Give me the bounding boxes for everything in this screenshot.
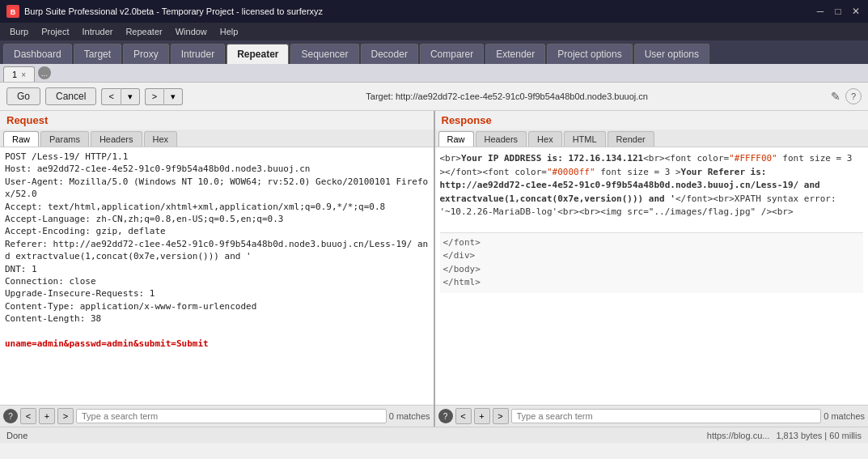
back-button[interactable]: <: [101, 88, 120, 105]
close-button[interactable]: ✕: [850, 6, 862, 17]
tab-decoder[interactable]: Decoder: [361, 44, 418, 64]
request-search-prev[interactable]: <: [20, 408, 36, 424]
response-search-help[interactable]: ?: [438, 409, 453, 423]
menu-intruder[interactable]: Intruder: [76, 25, 120, 38]
subtab-close[interactable]: ×: [21, 70, 26, 79]
forward-dropdown-button[interactable]: ▾: [163, 88, 183, 105]
tab-target[interactable]: Target: [74, 44, 121, 64]
response-search-next[interactable]: >: [493, 408, 509, 424]
window-controls: ─ □ ✕: [815, 6, 862, 17]
status-url: https://blog.cu...: [707, 431, 770, 440]
status-right: https://blog.cu... 1,813 bytes | 60 mill…: [707, 431, 862, 440]
tab-proxy[interactable]: Proxy: [123, 44, 169, 64]
menubar: Burp Project Intruder Repeater Window He…: [0, 23, 868, 40]
subtab-add[interactable]: ...: [38, 66, 51, 79]
main-content: Request Raw Params Headers Hex POST /Les…: [0, 111, 868, 427]
request-inner-tabs: Raw Params Headers Hex: [0, 130, 434, 147]
menu-window[interactable]: Window: [169, 25, 214, 38]
request-panel: Request Raw Params Headers Hex POST /Les…: [0, 111, 435, 427]
response-content: <br>Your IP ADDRESS is: 172.16.134.121<b…: [435, 147, 869, 405]
response-search-bar: ? < + > 0 matches: [435, 405, 869, 427]
response-search-next-plus[interactable]: +: [474, 408, 490, 424]
request-search-help[interactable]: ?: [3, 409, 18, 423]
request-tab-headers[interactable]: Headers: [91, 131, 142, 147]
window-title: Burp Suite Professional v2.0beta - Tempo…: [24, 6, 810, 16]
svg-text:B: B: [11, 8, 16, 16]
tab-repeater[interactable]: Repeater: [227, 44, 289, 64]
request-search-next-plus[interactable]: +: [39, 408, 55, 424]
response-tab-raw[interactable]: Raw: [438, 131, 474, 147]
response-text: <br>Your IP ADDRESS is: 172.16.134.121<b…: [435, 147, 869, 298]
target-label: Target: http://ae92dd72-c1ee-4e52-91c0-9…: [188, 91, 826, 101]
back-dropdown-button[interactable]: ▾: [121, 88, 140, 105]
go-button[interactable]: Go: [6, 87, 40, 105]
menu-burp[interactable]: Burp: [3, 25, 35, 38]
request-panel-title: Request: [0, 111, 434, 130]
status-bytes: 1,813 bytes | 60 millis: [776, 431, 862, 440]
help-button[interactable]: ?: [845, 88, 862, 104]
nav-forward-group: > ▾: [145, 88, 183, 105]
request-search-next[interactable]: >: [57, 408, 74, 424]
subtab-number: 1: [12, 70, 17, 79]
menu-help[interactable]: Help: [214, 25, 245, 38]
request-search-input[interactable]: [76, 409, 387, 423]
menu-project[interactable]: Project: [35, 25, 75, 38]
response-panel: Response Raw Headers Hex HTML Render <br…: [435, 111, 869, 427]
request-tab-raw[interactable]: Raw: [3, 131, 39, 147]
request-content: POST /Less-19/ HTTP/1.1 Host: ae92dd72-c…: [0, 147, 434, 405]
edit-target-button[interactable]: ✎: [831, 90, 840, 103]
response-search-input[interactable]: [511, 409, 822, 423]
response-search-prev[interactable]: <: [455, 408, 472, 424]
request-tab-params[interactable]: Params: [40, 131, 89, 147]
menu-repeater[interactable]: Repeater: [119, 25, 168, 38]
nav-tabs: Dashboard Target Proxy Intruder Repeater…: [0, 40, 868, 64]
response-tab-hex[interactable]: Hex: [528, 131, 562, 147]
response-tab-headers[interactable]: Headers: [476, 131, 527, 147]
response-tab-render[interactable]: Render: [608, 131, 654, 147]
toolbar: Go Cancel < ▾ > ▾ Target: http://ae92dd7…: [0, 83, 868, 111]
minimize-button[interactable]: ─: [815, 6, 826, 17]
response-match-count: 0 matches: [824, 411, 865, 421]
request-tab-hex[interactable]: Hex: [144, 131, 178, 147]
cancel-button[interactable]: Cancel: [45, 87, 96, 105]
nav-back-group: < ▾: [101, 88, 139, 105]
response-tab-html[interactable]: HTML: [564, 131, 606, 147]
statusbar: Done https://blog.cu... 1,813 bytes | 60…: [0, 427, 868, 443]
tab-sequencer[interactable]: Sequencer: [290, 44, 358, 64]
tab-comparer[interactable]: Comparer: [420, 44, 484, 64]
request-text: POST /Less-19/ HTTP/1.1 Host: ae92dd72-c…: [0, 147, 434, 353]
tab-dashboard[interactable]: Dashboard: [3, 44, 72, 64]
titlebar: B Burp Suite Professional v2.0beta - Tem…: [0, 0, 868, 23]
response-panel-title: Response: [435, 111, 869, 130]
response-inner-tabs: Raw Headers Hex HTML Render: [435, 130, 869, 147]
request-search-bar: ? < + > 0 matches: [0, 405, 434, 427]
tab-extender[interactable]: Extender: [485, 44, 545, 64]
forward-button[interactable]: >: [145, 88, 163, 105]
tab-intruder[interactable]: Intruder: [171, 44, 225, 64]
app-icon: B: [6, 5, 19, 18]
tab-project-options[interactable]: Project options: [547, 44, 632, 64]
repeater-subtab-1[interactable]: 1 ×: [3, 66, 35, 82]
maximize-button[interactable]: □: [832, 6, 844, 17]
status-done: Done: [6, 431, 28, 440]
sub-tabs: 1 × ...: [0, 64, 868, 83]
request-match-count: 0 matches: [389, 411, 430, 421]
tab-user-options[interactable]: User options: [634, 44, 709, 64]
